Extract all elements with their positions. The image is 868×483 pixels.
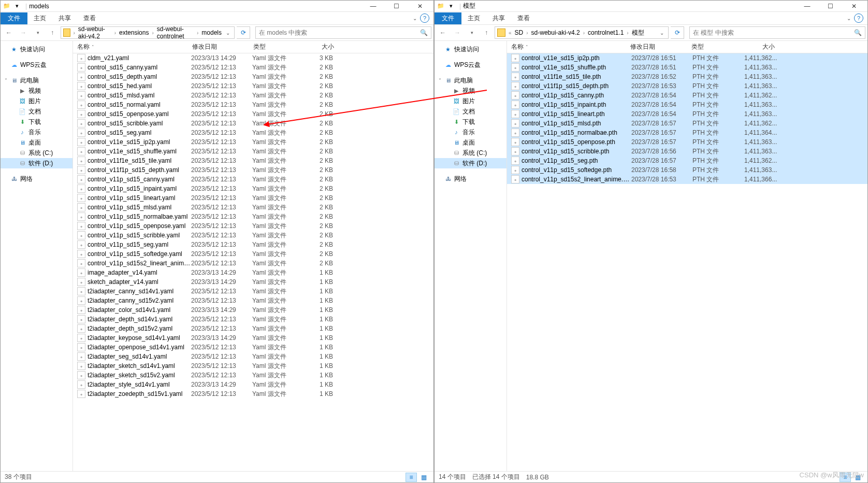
file-row[interactable]: ∘control_v11p_sd15_normalbae.pth2023/7/2…: [507, 128, 867, 137]
file-row[interactable]: ∘control_v11f1p_sd15_depth.pth2023/7/28 …: [507, 81, 867, 91]
nav-history-button[interactable]: ▾: [466, 26, 478, 39]
tab-home[interactable]: 主页: [27, 12, 52, 24]
tab-share[interactable]: 共享: [52, 12, 77, 24]
file-row[interactable]: ∘control_sd15_canny.yaml2023/5/12 12:13Y…: [73, 63, 433, 72]
file-row[interactable]: ∘control_v11p_sd15_normalbae.yaml2023/5/…: [73, 212, 433, 221]
view-icons-button[interactable]: ▦: [418, 473, 429, 482]
breadcrumb-item[interactable]: models: [199, 29, 224, 36]
help-icon[interactable]: ?: [420, 13, 429, 23]
file-row[interactable]: ∘t2iadapter_depth_sd14v1.yaml2023/5/12 1…: [73, 315, 433, 324]
sidebar-videos[interactable]: ▶视频: [1, 86, 73, 96]
close-button[interactable]: ✕: [842, 1, 865, 12]
file-row[interactable]: ∘control_v11e_sd15_shuffle.pth2023/7/28 …: [507, 63, 867, 72]
nav-history-button[interactable]: ▾: [32, 26, 44, 39]
file-row[interactable]: ∘control_v11p_sd15_seg.yaml2023/5/12 12:…: [73, 240, 433, 249]
file-row[interactable]: ∘control_v11p_sd15_seg.pth2023/7/28 16:5…: [507, 156, 867, 165]
maximize-button[interactable]: ☐: [385, 1, 408, 12]
titlebar[interactable]: 📁 ▾ | 模型 — ☐ ✕: [435, 1, 867, 12]
file-list[interactable]: ∘control_v11e_sd15_ip2p.pth2023/7/28 16:…: [507, 53, 867, 471]
tab-view[interactable]: 查看: [77, 12, 102, 24]
sidebar-pictures[interactable]: 🖼图片: [435, 96, 507, 106]
nav-up-button[interactable]: ↑: [46, 26, 59, 39]
sidebar-this-pc[interactable]: ˅🖥此电脑: [1, 75, 73, 86]
file-row[interactable]: ∘control_sd15_seg.yaml2023/5/12 12:13Yam…: [73, 128, 433, 137]
column-type[interactable]: 类型: [253, 42, 305, 51]
view-details-button[interactable]: ≡: [406, 473, 417, 482]
file-row[interactable]: ∘control_v11p_sd15_canny.yaml2023/5/12 1…: [73, 175, 433, 184]
sidebar-this-pc[interactable]: ˅🖥此电脑: [435, 75, 507, 86]
breadcrumb-item[interactable]: SD: [513, 29, 526, 36]
file-row[interactable]: ∘image_adapter_v14.yaml2023/3/13 14:29Ya…: [73, 268, 433, 277]
file-row[interactable]: ∘control_v11p_sd15_canny.pth2023/7/28 16…: [507, 91, 867, 100]
file-row[interactable]: ∘control_v11e_sd15_ip2p.pth2023/7/28 16:…: [507, 53, 867, 63]
nav-up-button[interactable]: ↑: [480, 26, 493, 39]
file-row[interactable]: ∘control_v11p_sd15_inpaint.pth2023/7/28 …: [507, 100, 867, 109]
file-row[interactable]: ∘t2iadapter_openpose_sd14v1.yaml2023/5/1…: [73, 343, 433, 352]
file-row[interactable]: ∘control_v11p_sd15_inpaint.yaml2023/5/12…: [73, 184, 433, 193]
chevron-down-icon[interactable]: ⌄: [847, 16, 851, 21]
sidebar-drive-d[interactable]: ⛁软件 (D:): [1, 158, 73, 168]
file-row[interactable]: ∘cldm_v21.yaml2023/3/13 14:29Yaml 源文件3 K…: [73, 53, 433, 63]
file-row[interactable]: ∘control_v11f1e_sd15_tile.yaml2023/5/12 …: [73, 156, 433, 165]
chevron-down-icon[interactable]: ⌄: [413, 16, 417, 21]
column-type[interactable]: 类型: [691, 42, 743, 51]
sidebar-drive-c[interactable]: ⛁系统 (C:): [435, 148, 507, 158]
file-row[interactable]: ∘control_v11p_sd15_softedge.yaml2023/5/1…: [73, 249, 433, 259]
sidebar-quick-access[interactable]: ★快速访问: [1, 44, 73, 54]
file-row[interactable]: ∘t2iadapter_seg_sd14v1.yaml2023/5/12 12:…: [73, 352, 433, 361]
column-date[interactable]: 修改日期: [192, 42, 253, 51]
file-row[interactable]: ∘t2iadapter_style_sd14v1.yaml2023/3/13 1…: [73, 380, 433, 389]
file-row[interactable]: ∘t2iadapter_keypose_sd14v1.yaml2023/3/13…: [73, 333, 433, 343]
breadcrumb-item[interactable]: sd-webui-aki-v4.2: [529, 29, 582, 36]
sidebar-music[interactable]: ♪音乐: [1, 127, 73, 137]
chevron-down-icon[interactable]: ⌄: [658, 30, 666, 36]
search-input[interactable]: [693, 29, 854, 36]
close-button[interactable]: ✕: [408, 1, 431, 12]
file-row[interactable]: ∘t2iadapter_depth_sd15v2.yaml2023/5/12 1…: [73, 324, 433, 333]
sidebar-desktop[interactable]: 🖥桌面: [435, 137, 507, 148]
titlebar[interactable]: 📁 ▾ | models — ☐ ✕: [1, 1, 433, 12]
file-row[interactable]: ∘control_v11f1p_sd15_depth.yaml2023/5/12…: [73, 165, 433, 175]
search-box[interactable]: 🔍: [689, 26, 865, 39]
sidebar-downloads[interactable]: ⬇下载: [1, 117, 73, 127]
help-icon[interactable]: ?: [854, 13, 863, 23]
file-row[interactable]: ∘control_sd15_mlsd.yaml2023/5/12 12:13Ya…: [73, 91, 433, 100]
tab-view[interactable]: 查看: [511, 12, 536, 24]
column-size[interactable]: 大小: [305, 42, 346, 51]
refresh-button[interactable]: ⟳: [671, 26, 684, 39]
file-list[interactable]: ∘cldm_v21.yaml2023/3/13 14:29Yaml 源文件3 K…: [73, 53, 433, 471]
tab-home[interactable]: 主页: [461, 12, 486, 24]
column-name[interactable]: 名称˄: [77, 42, 192, 51]
sidebar-pictures[interactable]: 🖼图片: [1, 96, 73, 106]
sidebar-wps-cloud[interactable]: ☁WPS云盘: [1, 60, 73, 70]
file-row[interactable]: ∘control_sd15_normal.yaml2023/5/12 12:13…: [73, 100, 433, 109]
file-row[interactable]: ∘control_v11p_sd15_lineart.pth2023/7/28 …: [507, 109, 867, 119]
file-row[interactable]: ∘control_v11p_sd15_openpose.pth2023/7/28…: [507, 137, 867, 147]
sidebar-desktop[interactable]: 🖥桌面: [1, 137, 73, 148]
file-row[interactable]: ∘control_v11p_sd15_scribble.yaml2023/5/1…: [73, 231, 433, 240]
minimize-button[interactable]: —: [795, 1, 819, 12]
file-row[interactable]: ∘sketch_adapter_v14.yaml2023/3/13 14:29Y…: [73, 277, 433, 287]
sidebar-documents[interactable]: 📄文档: [435, 106, 507, 117]
file-row[interactable]: ∘control_sd15_openpose.yaml2023/5/12 12:…: [73, 109, 433, 119]
chevron-down-icon[interactable]: ⌄: [224, 30, 232, 36]
sidebar-music[interactable]: ♪音乐: [435, 127, 507, 137]
file-row[interactable]: ∘control_v11p_sd15_mlsd.pth2023/7/28 16:…: [507, 119, 867, 128]
sidebar-drive-d[interactable]: ⛁软件 (D:): [435, 158, 507, 168]
address-bar[interactable]: « SD › sd-webui-aki-v4.2 › controlnet1.1…: [495, 26, 669, 39]
file-row[interactable]: ∘control_v11p_sd15s2_lineart_anime.pth20…: [507, 175, 867, 184]
column-date[interactable]: 修改日期: [630, 42, 691, 51]
sidebar-network[interactable]: 🖧网络: [435, 174, 507, 184]
sidebar-drive-c[interactable]: ⛁系统 (C:): [1, 148, 73, 158]
file-row[interactable]: ∘control_v11p_sd15_lineart.yaml2023/5/12…: [73, 193, 433, 203]
column-size[interactable]: 大小: [743, 42, 787, 51]
file-row[interactable]: ∘control_sd15_scribble.yaml2023/5/12 12:…: [73, 119, 433, 128]
sidebar-wps-cloud[interactable]: ☁WPS云盘: [435, 60, 507, 70]
file-row[interactable]: ∘t2iadapter_color_sd14v1.yaml2023/3/13 1…: [73, 305, 433, 315]
file-row[interactable]: ∘control_sd15_hed.yaml2023/5/12 12:13Yam…: [73, 81, 433, 91]
breadcrumb-item[interactable]: extensions: [117, 29, 151, 36]
sidebar-network[interactable]: 🖧网络: [1, 174, 73, 184]
tab-file[interactable]: 文件: [1, 12, 27, 24]
file-row[interactable]: ∘control_v11e_sd15_shuffle.yaml2023/5/12…: [73, 147, 433, 156]
refresh-button[interactable]: ⟳: [237, 26, 250, 39]
